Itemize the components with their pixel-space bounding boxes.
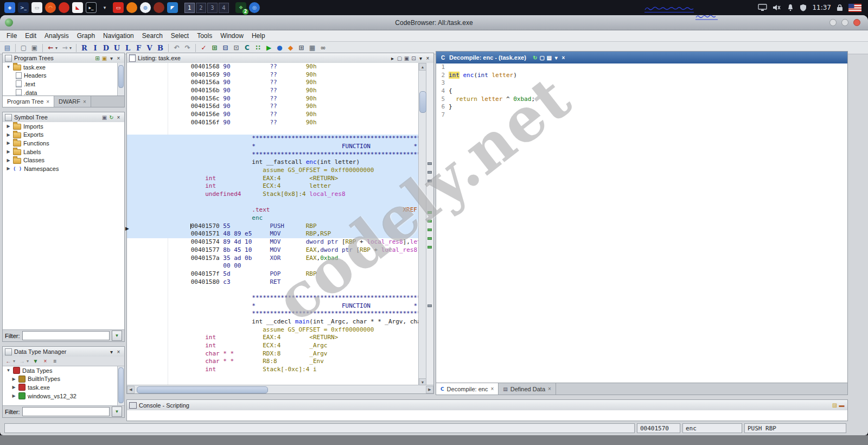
listing-line[interactable]: 0040156a 90 ?? 90h	[127, 79, 418, 87]
dtm-item-task.exe[interactable]: ▶task.exe	[3, 383, 124, 392]
listing-horizontal-scrollbar[interactable]: ◀ ▶	[127, 385, 433, 393]
symbol-tree-filter-options-button[interactable]: ▼	[112, 330, 122, 341]
refresh-icon[interactable]: ↻	[532, 54, 539, 61]
listing-line[interactable]: 00401569 90 ?? 90h	[127, 71, 418, 79]
listing-line[interactable]: char * * R8:8 _Env	[127, 358, 418, 366]
dtm-filter-input[interactable]	[22, 407, 110, 416]
menu-caret-icon[interactable]: ▾	[108, 55, 115, 62]
toggle-u-icon[interactable]: U	[113, 44, 121, 52]
menu-caret-icon[interactable]: ▾	[417, 55, 424, 62]
dtm-scrollbar[interactable]	[117, 366, 124, 405]
listing-line[interactable]: assume GS_OFFSET = 0xff00000000	[127, 167, 418, 175]
decompile-line[interactable]: 1	[436, 63, 847, 72]
link-icon[interactable]: ∞	[319, 44, 327, 52]
close-button[interactable]	[853, 19, 860, 26]
decompile-line[interactable]: 6}	[436, 103, 847, 111]
run-icon[interactable]: ▶	[265, 44, 273, 52]
menu-file[interactable]: File	[7, 32, 17, 40]
listing-line[interactable]: int Stack[-0xc]:4 i	[127, 366, 418, 374]
undo-icon[interactable]: ↶	[173, 44, 181, 52]
validate-icon[interactable]: ✓	[200, 44, 208, 52]
scroll-left-arrow-icon[interactable]: ◀	[127, 386, 135, 393]
terminal-icon[interactable]: >_	[18, 2, 29, 13]
forward-icon[interactable]: →	[61, 44, 69, 52]
decompile-header[interactable]: C Decompile: enc - (task.exe) ↻▢▤▾×	[436, 52, 847, 64]
menu-analysis[interactable]: Analysis	[44, 32, 69, 40]
listing-line[interactable]: 0040156c 90 ?? 90h	[127, 95, 418, 103]
symbol-tree-item-namespaces[interactable]: ▶( )Namespaces	[3, 164, 124, 173]
clone-icon[interactable]: ▣	[403, 55, 410, 62]
edit-script-icon[interactable]: ▬	[838, 402, 845, 409]
tab-close-icon[interactable]: ×	[548, 386, 551, 392]
console-header[interactable]: Console - Scripting ▨▬	[127, 400, 847, 411]
tab-defined-data[interactable]: ▤Defined Data×	[499, 383, 556, 395]
folder-icon[interactable]: ▣	[101, 55, 108, 62]
maroon-app-icon[interactable]	[154, 2, 164, 13]
menu-navigation[interactable]: Navigation	[103, 32, 134, 40]
tab-close-icon[interactable]: ×	[490, 386, 494, 392]
listing-line[interactable]: 0040156d 90 ?? 90h	[127, 103, 418, 111]
snapshot-icon[interactable]: ▢	[396, 55, 403, 62]
symbol-tree-item-labels[interactable]: ▶Labels	[3, 148, 124, 156]
close-panel-icon[interactable]: ×	[115, 55, 122, 62]
listing-line[interactable]: * FUNCTION *	[127, 302, 418, 310]
close-panel-icon[interactable]: ×	[424, 55, 431, 62]
symbol-tree-item-functions[interactable]: ▶Functions	[3, 139, 124, 148]
listing-vscroll-thumb[interactable]	[419, 91, 426, 113]
memory-map-icon[interactable]: ⊞	[210, 44, 219, 52]
listing-line[interactable]: int ECX:4 letter	[127, 182, 418, 190]
menu-select[interactable]: Select	[171, 32, 189, 40]
program-trees-header[interactable]: Program Trees ⊞▣▾×	[3, 53, 124, 63]
listing-line[interactable]: 0040156b 90 ?? 90h	[127, 87, 418, 95]
listing-line[interactable]: int __cdecl main(int _Argc, char * * _Ar…	[127, 318, 418, 326]
toggle-l-icon[interactable]: L	[124, 44, 132, 52]
symbol-tree-item-exports[interactable]: ▶Exports	[3, 131, 124, 139]
program-tree-scrollbar[interactable]	[117, 63, 124, 97]
tab-decompile-enc[interactable]: CDecompile: enc×	[436, 383, 499, 395]
dropdown-terminal-icon[interactable]: ▸_	[86, 2, 97, 13]
table-icon[interactable]: ⊞	[94, 55, 101, 62]
dtm-back-icon[interactable]: ←	[5, 358, 12, 365]
symbol-tree-item-classes[interactable]: ▶Classes	[3, 156, 124, 164]
tab-close-icon[interactable]: ×	[83, 99, 86, 105]
tree-item-root[interactable]: ▼task.exe	[3, 63, 124, 72]
menu-search[interactable]: Search	[142, 32, 163, 40]
data-type-manager-header[interactable]: Data Type Manager ▾×	[3, 347, 124, 357]
scroll-up-arrow-icon[interactable]: ▲	[419, 63, 426, 71]
keyboard-layout-flag-icon[interactable]	[848, 4, 861, 12]
refresh-icon[interactable]: ↻	[108, 114, 115, 121]
listing-line[interactable]: 0040156f 90 ?? 90h	[127, 119, 418, 127]
listing-line[interactable]: int EAX:4 <RETURN>	[127, 334, 418, 342]
back-caret-icon[interactable]: ▾	[55, 46, 58, 50]
menu-caret-icon[interactable]: ▾	[553, 54, 560, 61]
file-manager-icon[interactable]: ▭	[31, 2, 42, 13]
copy-icon[interactable]: ▢	[539, 54, 546, 61]
red-window-icon[interactable]: ▭	[113, 2, 124, 13]
redo-icon[interactable]: ↷	[183, 44, 192, 52]
listing-line[interactable]: ****************************************…	[127, 294, 418, 302]
listing-hscroll-thumb[interactable]	[137, 386, 268, 393]
clock[interactable]: 11:37	[812, 4, 831, 11]
dtm-item-root[interactable]: ▼Data Types	[3, 366, 124, 375]
display-icon[interactable]	[758, 4, 767, 11]
listing-line[interactable]	[127, 286, 418, 294]
green-badge-icon[interactable]: ❖2	[235, 2, 246, 13]
export-icon[interactable]: ▤	[546, 54, 553, 61]
listing-line[interactable]: 00401571 48 89 e5 MOV RBP,RSP	[127, 230, 418, 238]
toggle-r-icon[interactable]: R	[80, 44, 88, 52]
dtm-menu-icon[interactable]: ≡	[52, 358, 59, 365]
listing-line[interactable]: ****************************************…	[127, 310, 418, 318]
listing-line[interactable]: 0040157f 5d POP RBP	[127, 270, 418, 278]
screen-icon[interactable]: ⊡	[410, 55, 417, 62]
save-icon[interactable]: ▤	[3, 44, 11, 52]
listing-line[interactable]: * FUNCTION *	[127, 143, 418, 151]
back-icon[interactable]: ←	[47, 44, 55, 52]
snapshot-view-icon[interactable]: ▦	[308, 44, 316, 52]
listing-line[interactable]: 00401577 8b 45 10 MOV EAX,dword ptr [RBP…	[127, 246, 418, 255]
toggle-d-icon[interactable]: D	[102, 44, 110, 52]
menu-graph[interactable]: Graph	[77, 32, 95, 40]
listing-line[interactable]: int __fastcall enc(int letter)	[127, 158, 418, 167]
toggle-f-icon[interactable]: F	[135, 44, 143, 52]
listing-line[interactable]: assume GS_OFFSET = 0xff00000000	[127, 326, 418, 334]
launcher-icon[interactable]: ◈	[4, 2, 15, 13]
